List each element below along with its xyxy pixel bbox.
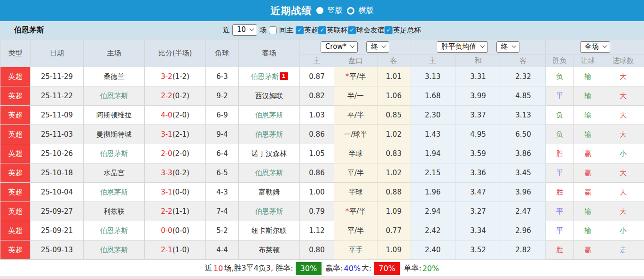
score-fulltime: 4-0 [161, 111, 173, 119]
odds-source-value: Crow* [325, 43, 346, 51]
score-cell: 3-2(1-2) [145, 67, 206, 86]
avg-home-cell: 1.94 [410, 144, 456, 163]
avg-home-cell: 1.68 [410, 86, 456, 106]
odds-time-select[interactable]: 终 [366, 41, 389, 53]
same-home-checkbox[interactable] [269, 26, 277, 34]
filter-bar: 伯恩茅斯 近 10 场 同主 ✓英超✓英联杯✓球会友谊✓英足总杯 [0, 21, 644, 39]
goals-result-cell: 大 [602, 67, 644, 86]
goals-result-cell: 小 [602, 144, 644, 163]
corner-cell: 7-4 [206, 202, 239, 221]
competition-checkbox[interactable]: ✓ [296, 26, 304, 34]
score-cell: 2-1(1-0) [145, 240, 206, 260]
avg-time-select[interactable]: 终 [496, 41, 519, 53]
home-team-cell: 桑德兰 [84, 67, 145, 86]
home-team-cell: 曼彻斯特城 [84, 125, 145, 144]
sub-header-avg-draw: 和 [456, 54, 501, 67]
competition-checkbox[interactable]: ✓ [348, 26, 356, 34]
handicap-cell: 半/一 [334, 86, 377, 106]
score-cell: 3-1(0-0) [145, 183, 206, 202]
team-name: 伯恩茅斯 [14, 25, 44, 35]
avg-away-cell: 3.96 [501, 183, 546, 202]
avg-home-cell: 2.42 [410, 221, 456, 240]
let-result-cell: 输 [574, 67, 602, 86]
odds-away-cell: 1.02 [377, 163, 410, 183]
table-row: 英超 25-10-18 水晶宫 3-3(0-2) 6-5 伯恩茅斯 0.86 平… [0, 163, 644, 183]
avg-type-value: 胜平负均值 [441, 43, 477, 51]
sub-header-let: 让球 [574, 54, 602, 67]
bottom-strip [0, 276, 644, 279]
score-halftime: (2-0) [173, 111, 189, 119]
odds-home-cell: 0.82 [300, 86, 334, 106]
goals-result-cell: 小 [602, 221, 644, 240]
result-cell: 平 [546, 221, 574, 240]
odds-home-cell: 0.86 [300, 163, 334, 183]
avg-draw-cell: 3.36 [456, 163, 501, 183]
odds-home-cell: 0.79 [300, 202, 334, 221]
competition-checkbox[interactable]: ✓ [318, 26, 326, 34]
home-team-cell: 水晶宫 [84, 163, 145, 183]
corner-cell: 6-9 [206, 106, 239, 125]
col-header-corner: 角球 [206, 39, 239, 67]
odds-home-cell: 0.87 [300, 67, 334, 86]
col-header-score: 比分(半场) [145, 39, 206, 67]
home-team-cell: 伯恩茅斯 [84, 221, 145, 240]
score-halftime: (0-2) [173, 169, 189, 177]
avg-away-cell: 2.47 [501, 202, 546, 221]
horizontal-view-radio[interactable] [347, 7, 354, 15]
score-fulltime: 3-1 [161, 188, 173, 196]
score-cell: 4-0(2-0) [145, 106, 206, 125]
same-home-label[interactable]: 同主 [279, 26, 293, 35]
footer-stat: 单率: [404, 264, 421, 273]
page-title: 近期战绩 [271, 4, 312, 17]
corner-cell: 4-4 [206, 240, 239, 260]
games-label: 场 [259, 26, 267, 35]
corner-cell: 9-4 [206, 125, 239, 144]
competition-label[interactable]: 英足总杯 [393, 26, 421, 35]
let-result-cell: 输 [574, 106, 602, 125]
competition-label[interactable]: 球会友谊 [356, 26, 385, 35]
league-cell: 英超 [0, 144, 31, 163]
avg-away-cell: 2.96 [501, 221, 546, 240]
odds-home-cell: 1.03 [300, 106, 334, 125]
table-row: 英超 25-11-09 阿斯顿维拉 4-0(2-0) 6-9 伯恩茅斯 1.03… [0, 106, 644, 125]
goals-result-cell: 大 [602, 86, 644, 106]
odds-time-value: 终 [371, 43, 378, 51]
competition-checkbox[interactable]: ✓ [385, 26, 393, 34]
vertical-view-label[interactable]: 竖版 [328, 6, 343, 16]
avg-draw-cell: 3.59 [456, 144, 501, 163]
horizontal-view-label[interactable]: 横版 [359, 6, 374, 16]
handicap-cell: 平手 [334, 240, 377, 260]
odds-away-cell: 0.85 [377, 106, 410, 125]
odds-home-cell: 1.12 [300, 221, 334, 240]
goals-result-cell: 大 [602, 202, 644, 221]
sub-header-odds-home: 主 [300, 54, 334, 67]
odds-select-group: Crow* 终 [300, 39, 410, 54]
competition-label[interactable]: 英超 [304, 26, 318, 35]
avg-away-cell: 3.86 [501, 144, 546, 163]
vertical-view-radio[interactable] [316, 7, 323, 14]
let-result-cell: 赢 [574, 183, 602, 202]
scope-select[interactable]: 全场 [580, 41, 610, 53]
filter-controls: 近 10 场 同主 ✓英超✓英联杯✓球会友谊✓英足总杯 [223, 24, 421, 36]
odds-source-select[interactable]: Crow* [321, 41, 358, 53]
score-halftime: (1-0) [173, 246, 189, 254]
goals-result-cell: 走 [602, 240, 644, 260]
avg-draw-cell: 3.47 [456, 183, 501, 202]
avg-home-cell: 2.30 [410, 106, 456, 125]
handicap-cell: 一/球半 [334, 125, 377, 144]
summary-footer: 近10场,胜3平4负3, 胜率:30%赢率:40%大:70%单率:20% [0, 260, 644, 276]
odds-away-cell: 1.09 [377, 202, 410, 221]
handicap-cell: *平/半 [334, 202, 377, 221]
avg-type-select[interactable]: 胜平负均值 [437, 41, 488, 53]
avg-away-cell: 3.45 [501, 163, 546, 183]
result-cell: 平 [546, 86, 574, 106]
col-header-type: 类型 [0, 39, 31, 67]
sub-header-odds-away: 客 [377, 54, 410, 67]
score-halftime: (1-2) [173, 72, 189, 81]
corner-cell: 6-5 [206, 163, 239, 183]
away-team-cell: 西汉姆联 [239, 86, 300, 106]
goals-result-cell: 大 [602, 125, 644, 144]
competition-label[interactable]: 英联杯 [327, 26, 348, 35]
match-count-select[interactable]: 10 [232, 24, 257, 36]
handicap-cell: 半球 [334, 144, 377, 163]
